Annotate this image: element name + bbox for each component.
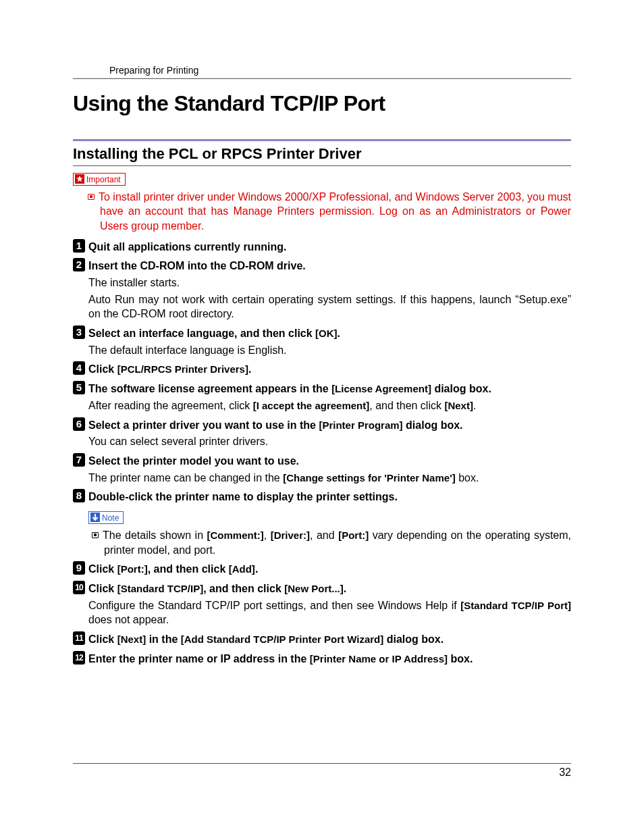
note-badge: Note [88,511,124,524]
step-body: Configure the Standard TCP/IP port setti… [73,598,571,627]
step-8: 8 Double-click the printer name to displ… [73,490,571,504]
step-title: Select a printer driver you want to use … [88,419,463,431]
step-body: The default interface language is Englis… [73,343,571,358]
step-body: You can select several printer drivers. [73,434,571,449]
step-number-icon: 7 [73,453,85,467]
section-heading: Installing the PCL or RPCS Printer Drive… [73,145,571,166]
step-title: Quit all applications currently running. [88,241,286,253]
step-title: Click [Next] in the [Add Standard TCP/IP… [88,633,444,645]
breadcrumb: Preparing for Printing [73,65,571,78]
step-5: 5 The software license agreement appears… [73,382,571,396]
step-number-icon: 5 [73,381,85,394]
step-title: Click [PCL/RPCS Printer Drivers]. [88,363,251,375]
step-title: Double-click the printer name to display… [88,491,398,502]
step-12: 12 Enter the printer name or IP address … [73,652,571,667]
step-body: The installer starts. [73,276,571,290]
step-body: Auto Run may not work with certain opera… [73,292,571,321]
step-10: 10 Click [Standard TCP/IP], and then cli… [73,582,571,596]
step-number-icon: 3 [73,325,85,339]
note-text: The details shown in [Comment:], [Driver… [73,528,571,557]
note-label: Note [102,513,119,523]
step-title: Select an interface language, and then c… [88,328,340,339]
step-title: Click [Standard TCP/IP], and then click … [88,583,346,594]
step-number-icon: 9 [73,561,85,575]
important-text: To install printer driver under Windows … [73,190,571,234]
note-wrap: Note [73,506,571,527]
step-3: 3 Select an interface language, and then… [73,327,571,341]
step-number-icon: 11 [73,631,85,645]
step-4: 4 Click [PCL/RPCS Printer Drivers]. [73,363,571,377]
page: Preparing for Printing Using the Standar… [0,0,644,834]
important-label: Important [86,175,121,184]
step-number-icon: 4 [73,361,85,375]
section-rule [73,139,571,141]
step-2: 2 Insert the CD-ROM into the CD-ROM driv… [73,259,571,273]
important-badge: Important [73,173,126,186]
step-title: The software license agreement appears i… [88,383,491,394]
step-9: 9 Click [Port:], and then click [Add]. [73,563,571,577]
step-title: Select the printer model you want to use… [88,455,299,467]
step-title: Insert the CD-ROM into the CD-ROM drive. [88,260,306,271]
step-body: The printer name can be changed in the [… [73,471,571,486]
step-title: Click [Port:], and then click [Add]. [88,563,258,575]
header-divider [73,78,571,79]
step-title: Enter the printer name or IP address in … [88,653,473,664]
step-number-icon: 1 [73,239,85,253]
page-title: Using the Standard TCP/IP Port [73,91,571,116]
step-1: 1 Quit all applications currently runnin… [73,240,571,255]
step-6: 6 Select a printer driver you want to us… [73,419,571,433]
bullet-icon [88,194,95,200]
step-body: After reading the agreement, click [I ac… [73,398,571,413]
step-number-icon: 10 [73,581,85,594]
step-number-icon: 6 [73,417,85,431]
step-number-icon: 2 [73,258,85,271]
bullet-icon [92,532,99,538]
page-number: 32 [559,766,571,778]
step-number-icon: 12 [73,651,85,664]
step-7: 7 Select the printer model you want to u… [73,454,571,469]
arrow-down-icon [90,513,100,522]
page-footer: 32 [73,763,571,779]
step-11: 11 Click [Next] in the [Add Standard TCP… [73,633,571,647]
step-number-icon: 8 [73,489,85,502]
star-icon [75,174,84,184]
